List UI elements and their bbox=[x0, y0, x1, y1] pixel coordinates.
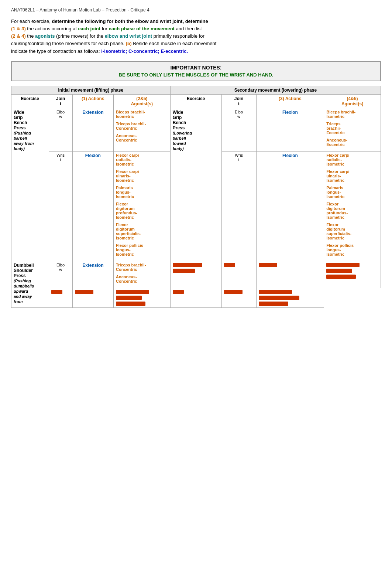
redacted-agonist-3 bbox=[326, 275, 356, 279]
col-header-row: Exercise Joint (1) Actions (2&5)Agonist(… bbox=[11, 94, 381, 108]
redacted-action-2 bbox=[224, 290, 243, 294]
important-title: IMPORTANT NOTES: bbox=[16, 65, 376, 71]
col-exercise-right-header: Exercise bbox=[170, 94, 221, 108]
intro-primarily: primarily responsible for bbox=[152, 33, 204, 39]
agonists-elbow-right: Biceps brachii- Isometric Tricepsbrachii… bbox=[324, 108, 381, 151]
redacted-joint-2 bbox=[173, 290, 184, 294]
agonists-wrist-right: Flexor carpiradialis- Isometric Flexor c… bbox=[324, 151, 381, 261]
exercise-dumbbell-left: DumbbellShoulderPress (Pushingdumbbellsu… bbox=[11, 261, 49, 307]
intro-5: (5) bbox=[126, 41, 132, 46]
redacted-agonist-r-1 bbox=[259, 290, 292, 294]
redacted-action bbox=[259, 263, 277, 267]
redacted-wrist-joint bbox=[51, 290, 62, 294]
joint-wrist-dumbbell-left bbox=[49, 288, 72, 307]
intro-actions-text: the actions occurring at bbox=[26, 26, 78, 31]
intro-each-phase: each phase of the movement bbox=[109, 26, 174, 31]
wide-grip-elbow-row: WideGripBenchPress (Pushingbarbellaway f… bbox=[11, 108, 381, 151]
dumbbell-wrist-row bbox=[11, 288, 381, 307]
exercise-dumbbell-right bbox=[170, 261, 221, 288]
intro-line1: For each exercise, bbox=[11, 18, 52, 24]
intro-bold: determine the following for both the elb… bbox=[52, 18, 208, 24]
redacted-agonist-2 bbox=[326, 269, 352, 273]
redacted-wrist-action bbox=[75, 290, 93, 294]
agonists-wrist-dumbbell-left bbox=[114, 288, 171, 307]
redacted-1 bbox=[173, 263, 202, 267]
col-exercise-header: Exercise bbox=[11, 94, 49, 108]
exercise-wide-grip-left: WideGripBenchPress (Pushingbarbellaway f… bbox=[11, 108, 49, 261]
intro-prime: (prime movers) for the bbox=[55, 33, 105, 39]
redacted-agonist-1 bbox=[326, 263, 360, 267]
joint-dumbbell-right bbox=[221, 261, 256, 288]
redacted-wrist-agonist-3 bbox=[116, 302, 145, 306]
joint-elbow-dumbbell-left: Elbow bbox=[49, 261, 72, 288]
agonists-wrist-left: Flexor carpiradialis- Isometric Flexor c… bbox=[114, 151, 171, 261]
col-joint-right-header: Joint bbox=[221, 94, 256, 108]
intro-beside: Beside each muscle in each movement bbox=[132, 41, 217, 46]
intro-1-3: (1 & 3) bbox=[11, 26, 26, 31]
redacted-joint bbox=[224, 263, 235, 267]
action-extension-left: Extension bbox=[72, 108, 113, 151]
intro-types: I-isometric; C-concentric; E-eccentric. bbox=[101, 48, 188, 54]
agonists-dumbbell-right bbox=[324, 261, 381, 288]
col-actions-left-header: (1) Actions bbox=[72, 94, 113, 108]
intro-and-list: and then list bbox=[175, 26, 202, 31]
col-agonists-left-header: (2&5)Agonist(s) bbox=[114, 94, 171, 108]
main-table: Initial movement (lifting) phase Seconda… bbox=[11, 86, 381, 308]
redacted-wrist-agonist-2 bbox=[116, 296, 142, 300]
left-phase-header: Initial movement (lifting) phase bbox=[11, 86, 171, 94]
intro-indicate: indicate the type of contraction as foll… bbox=[11, 48, 101, 54]
action-extension-dumbbell-left: Extension bbox=[72, 261, 113, 288]
joint-elbow-left: Elbow bbox=[49, 108, 72, 151]
joint-wrist-right: Wrist bbox=[221, 151, 256, 261]
intro-2-4: (2 & 4) bbox=[11, 33, 26, 39]
action-flexion-wrist-left: Flexion bbox=[72, 151, 113, 261]
agonists-elbow-dumbbell-left: Triceps brachii- Concentric Anconeus- Co… bbox=[114, 261, 171, 288]
right-phase-header: Secondary movement (lowering) phase bbox=[170, 86, 381, 94]
joint-wrist-left: Wrist bbox=[49, 151, 72, 261]
intro-causing: causing/controlling those movements for … bbox=[11, 41, 126, 46]
page-header: ANAT062L1 – Anatomy of Human Motion Lab … bbox=[11, 7, 381, 13]
action-flexion-right: Flexion bbox=[256, 108, 324, 151]
intro-elbow-wrist: elbow and wrist joint bbox=[105, 33, 152, 39]
intro-for: for bbox=[100, 26, 109, 31]
action-wrist-dumbbell-right2 bbox=[221, 288, 256, 307]
agonists-wrist-dumbbell-right2 bbox=[256, 288, 324, 307]
intro-agonists: agonists bbox=[35, 33, 55, 39]
action-flexion-wrist-right: Flexion bbox=[256, 151, 324, 261]
col-agonists-right-header: (4&5)Agonist(s) bbox=[324, 94, 381, 108]
exercise-wide-grip-right: WideGripBenchPress (Loweringbarbelltowar… bbox=[170, 108, 221, 261]
phase-header-row: Initial movement (lifting) phase Seconda… bbox=[11, 86, 381, 94]
action-dumbbell-right bbox=[256, 261, 324, 288]
important-notes-box: IMPORTANT NOTES: BE SURE TO ONLY LIST TH… bbox=[11, 61, 381, 81]
redacted-wrist-agonist-1 bbox=[116, 290, 149, 294]
intro-each-joint: each joint bbox=[78, 26, 100, 31]
intro-the: the bbox=[26, 33, 35, 39]
intro-section: For each exercise, determine the followi… bbox=[11, 18, 381, 55]
important-subtitle: BE SURE TO ONLY LIST THE MUSCLES OF THE … bbox=[16, 72, 376, 78]
dumbbell-elbow-row: DumbbellShoulderPress (Pushingdumbbellsu… bbox=[11, 261, 381, 288]
action-wrist-dumbbell-left bbox=[72, 288, 113, 307]
col-actions-right-header: (3) Actions bbox=[256, 94, 324, 108]
redacted-agonist-r-2 bbox=[259, 296, 299, 300]
col-joint-header: Joint bbox=[49, 94, 72, 108]
joint-elbow-right: Elbow bbox=[221, 108, 256, 151]
agonists-elbow-left: Biceps brachii- Isometric Triceps brachi… bbox=[114, 108, 171, 151]
joint-wrist-dumbbell-right2 bbox=[170, 288, 221, 307]
redacted-2 bbox=[173, 269, 195, 273]
redacted-agonist-r-3 bbox=[259, 302, 288, 306]
